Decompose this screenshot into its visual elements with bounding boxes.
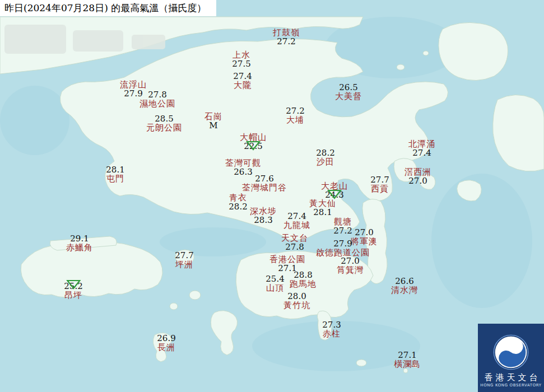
station-label: 北潭涌27.4 <box>408 139 435 157</box>
station-name: 上水 <box>232 50 250 59</box>
station-temperature: 27.0 <box>404 176 431 185</box>
station-temperature: 26.6 <box>391 277 418 286</box>
station-name: 長洲 <box>157 343 175 352</box>
station-name: 坪洲 <box>175 260 193 269</box>
station-label: 28.2沙田 <box>316 148 334 166</box>
station-label: 26.6清水灣 <box>391 277 418 295</box>
station-label: 石崗M <box>204 112 222 130</box>
station-temperature: 27.7 <box>370 175 389 184</box>
station-label: 27.6荃灣城門谷 <box>242 174 287 192</box>
station-label: 28.0黃竹坑 <box>283 292 310 310</box>
station-name: 跑馬地 <box>290 279 317 288</box>
station-temperature: 27.8 <box>140 90 175 99</box>
station-label: 大老山24.3 <box>321 181 348 199</box>
station-name: 九龍城 <box>283 221 310 230</box>
station-name: 大美督 <box>335 92 362 101</box>
station-name: 屯門 <box>106 174 124 183</box>
station-label: 上水27.5 <box>232 50 250 68</box>
station-temperature: 28.8 <box>290 270 317 279</box>
station-name: 赤鱲角 <box>66 243 93 252</box>
station-label: 觀塘27.2 <box>333 217 352 235</box>
station-label: 黃大仙28.1 <box>309 199 336 217</box>
station-name: 荃灣城門谷 <box>242 183 287 192</box>
station-label: 青衣28.2 <box>229 193 247 211</box>
station-label: 滘西洲27.0 <box>404 167 431 185</box>
station-temperature: 27.5 <box>232 59 250 68</box>
weather-map-screen: 打鼓嶺27.2上水27.527.4大隴流浮山27.927.8濕地公園26.5大美… <box>0 0 544 392</box>
station-name: 滘西洲 <box>404 167 431 176</box>
station-label: 27.4九龍城 <box>283 212 310 230</box>
station-name: 天文台 <box>281 234 308 242</box>
station-temperature: 27.9 <box>316 239 370 248</box>
station-label: 29.1赤鱲角 <box>66 234 93 252</box>
station-temperature: 28.3 <box>250 216 277 225</box>
station-name: 香港公園 <box>269 255 305 264</box>
station-temperature: 27.4 <box>233 72 252 81</box>
hko-logo-english-name: HONG KONG OBSERVATORY <box>480 382 541 388</box>
station-name: 石崗 <box>204 112 222 121</box>
station-name: 打鼓嶺 <box>273 28 300 37</box>
page-title: 昨日(2024年07月28日) 的最高氣溫（攝氏度） <box>0 0 216 16</box>
station-name: 大隴 <box>233 81 252 90</box>
station-label: 27.0筲箕灣 <box>337 256 364 274</box>
station-name: 觀塘 <box>333 217 352 226</box>
hko-logo-icon <box>492 334 529 371</box>
station-temperature: 28.0 <box>283 292 310 301</box>
station-name: 大老山 <box>321 181 348 190</box>
station-label: 28.8跑馬地 <box>290 270 317 288</box>
station-name: 北潭涌 <box>408 139 435 148</box>
station-temperature: 27.0 <box>351 228 378 237</box>
station-temperature: 26.9 <box>157 334 175 343</box>
station-name: 濕地公園 <box>140 99 175 108</box>
station-temperature: 27.0 <box>337 256 364 265</box>
station-name: 元朗公園 <box>146 123 182 132</box>
station-name: 橫瀾島 <box>394 360 421 368</box>
station-temperature: 27.4 <box>283 212 310 221</box>
station-temperature: 27.2 <box>273 37 300 46</box>
stations-layer: 打鼓嶺27.2上水27.527.4大隴流浮山27.927.8濕地公園26.5大美… <box>0 0 544 392</box>
station-temperature: 27.7 <box>175 251 193 260</box>
station-label: 27.8濕地公園 <box>140 90 175 108</box>
station-label: 27.4大隴 <box>233 72 252 90</box>
hko-logo-chinese-name: 香港天文台 <box>482 373 541 382</box>
station-name: 大埔 <box>286 115 304 124</box>
station-label: 26.5大美督 <box>335 83 362 101</box>
station-label: 27.2大埔 <box>286 106 304 124</box>
station-temperature: 28.2 <box>229 202 247 211</box>
station-name: 昂坪 <box>64 291 82 300</box>
station-name: 赤柱 <box>322 329 341 338</box>
station-temperature: 27.4 <box>408 148 435 157</box>
station-label: 打鼓嶺27.2 <box>273 28 300 46</box>
station-temperature: 28.5 <box>146 114 182 123</box>
station-temperature: M <box>204 121 222 130</box>
station-name: 荃灣可觀 <box>225 158 261 167</box>
station-temperature: 27.8 <box>281 242 308 251</box>
station-name: 筲箕灣 <box>337 265 364 274</box>
station-label: 深水埗28.3 <box>250 207 277 225</box>
station-name: 山頂 <box>266 283 284 292</box>
station-name: 青衣 <box>229 193 247 202</box>
station-name: 清水灣 <box>391 286 418 295</box>
station-label: 27.7西貢 <box>370 175 389 193</box>
station-name: 西貢 <box>370 184 389 193</box>
station-label: 28.5元朗公園 <box>146 114 182 132</box>
station-temperature: 22.5 <box>240 142 267 151</box>
station-label: 27.9啟德跑道公園 <box>316 239 370 257</box>
station-label: 25.4山頂 <box>266 274 284 292</box>
station-temperature: 27.1 <box>394 351 421 360</box>
station-temperature: 25.2 <box>64 282 82 291</box>
station-temperature: 26.5 <box>335 83 362 92</box>
station-temperature: 28.2 <box>316 148 334 157</box>
station-label: 27.3赤柱 <box>322 320 341 338</box>
station-temperature: 29.1 <box>66 234 93 243</box>
station-name: 黃大仙 <box>309 199 336 208</box>
station-label: 27.7坪洲 <box>175 251 193 269</box>
station-label: 大帽山22.5 <box>240 133 267 151</box>
station-label: 天文台27.8 <box>281 234 308 251</box>
station-label: 25.2昂坪 <box>64 282 82 300</box>
station-temperature: 27.6 <box>242 174 287 183</box>
station-temperature: 25.4 <box>266 274 284 283</box>
station-name: 黃竹坑 <box>283 301 310 310</box>
station-label: 26.9長洲 <box>157 334 175 352</box>
station-name: 沙田 <box>316 157 334 166</box>
